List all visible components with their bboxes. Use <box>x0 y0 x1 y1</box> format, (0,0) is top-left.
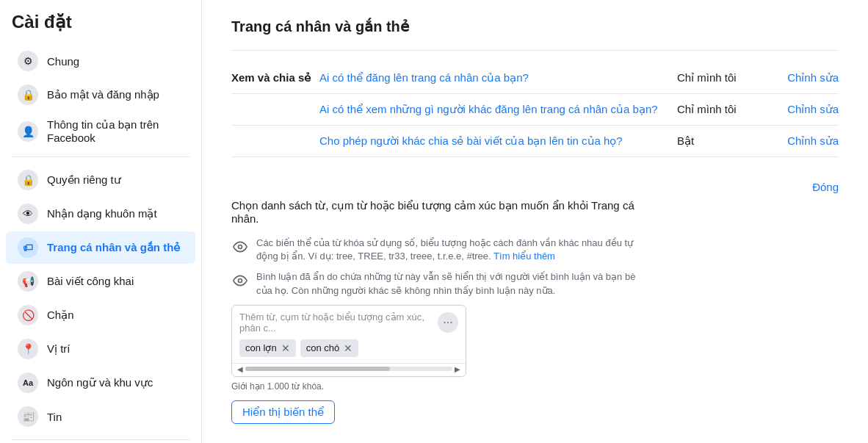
tag-label: con lợn <box>245 342 277 353</box>
dong-link[interactable]: Đóng <box>812 181 839 193</box>
thong-tin-icon: 👤 <box>18 121 38 142</box>
row-2-value: Chỉ mình tôi <box>677 103 780 116</box>
sidebar-item-thong-tin[interactable]: 👤 Thông tin của bạn trên Facebook <box>6 112 195 150</box>
tag-remove-con-cho[interactable]: ✕ <box>344 342 352 354</box>
info-text-1: Các biến thể của từ khóa sử dụng số, biể… <box>256 237 643 263</box>
sidebar-item-chung[interactable]: ⚙ Chung <box>6 45 195 77</box>
sidebar-item-vi-tri[interactable]: 📍 Vị trí <box>6 333 195 365</box>
settings-row-1: Xem và chia sẻ Ai có thể đăng lên trang … <box>231 62 839 94</box>
row-3-question[interactable]: Cho phép người khác chia sẻ bài viết của… <box>319 134 677 148</box>
sidebar-item-ngon-ngu[interactable]: Aa Ngôn ngữ và khu vực <box>6 367 195 399</box>
info-text-2: Bình luận đã ẩn do chứa những từ này vẫn… <box>256 270 643 297</box>
section-label: Xem và chia sẻ <box>231 71 319 84</box>
divider-2 <box>12 439 189 440</box>
divider-1 <box>12 156 189 157</box>
info-row-1: Các biến thể của từ khóa sử dụng số, biể… <box>231 237 643 263</box>
scrollbar-row: ◀ ▶ <box>232 363 466 376</box>
settings-row-2: Ai có thể xem những gì người khác đăng l… <box>231 94 839 126</box>
tag-label: con chó <box>306 342 340 353</box>
sidebar-item-label: Bảo mật và đăng nhập <box>47 88 159 101</box>
sidebar-item-quyen-rieng[interactable]: 🔒 Quyền riêng tư <box>6 164 195 196</box>
row-2-question[interactable]: Ai có thể xem những gì người khác đăng l… <box>319 103 677 116</box>
svg-point-0 <box>239 245 242 249</box>
scrollbar-track[interactable] <box>245 367 452 371</box>
block-description: Chọn danh sách từ, cụm từ hoặc biểu tượn… <box>231 199 643 225</box>
tag-con-lon: con lợn ✕ <box>239 339 296 357</box>
tag-input-placeholder[interactable]: Thêm từ, cụm từ hoặc biểu tượng cảm xúc,… <box>239 311 438 334</box>
sidebar-item-chan[interactable]: 🚫 Chặn <box>6 299 195 331</box>
sidebar-item-label: Chung <box>47 55 79 68</box>
sidebar-item-label: Nhận dạng khuôn mặt <box>47 207 157 220</box>
limit-text: Giới hạn 1.000 từ khóa. <box>231 381 839 392</box>
tag-con-cho: con chó ✕ <box>300 339 359 357</box>
sidebar-item-bao-mat[interactable]: 🔒 Bảo mật và đăng nhập <box>6 79 195 111</box>
sidebar-item-bai-viet[interactable]: 📢 Bài viết công khai <box>6 265 195 298</box>
sidebar-title: Cài đặt <box>0 12 201 44</box>
bai-viet-icon: 📢 <box>18 271 38 292</box>
page-title: Trang cá nhân và gắn thẻ <box>231 18 839 35</box>
sidebar-item-label: Chặn <box>47 309 74 322</box>
row-2-action[interactable]: Chỉnh sửa <box>780 103 839 116</box>
section-divider <box>231 50 839 51</box>
tag-input-top: Thêm từ, cụm từ hoặc biểu tượng cảm xúc,… <box>232 306 466 336</box>
sidebar-item-label: Vị trí <box>47 342 70 356</box>
settings-row-3: Cho phép người khác chia sẻ bài viết của… <box>231 126 839 157</box>
eye-icon-2 <box>231 272 249 289</box>
row-1-action[interactable]: Chỉnh sửa <box>780 71 839 84</box>
sidebar: Cài đặt ⚙ Chung 🔒 Bảo mật và đăng nhập 👤… <box>0 0 202 443</box>
sidebar-item-label: Thông tin của bạn trên Facebook <box>47 118 184 144</box>
svg-point-1 <box>239 279 242 283</box>
sidebar-item-tin[interactable]: 📰 Tin <box>6 400 195 433</box>
sidebar-item-label: Ngôn ngữ và khu vực <box>47 376 153 389</box>
scroll-left-arrow[interactable]: ◀ <box>235 365 245 373</box>
sidebar-item-label: Quyền riêng tư <box>47 173 121 187</box>
trang-ca-nhan-icon: 🏷 <box>18 237 38 258</box>
chung-icon: ⚙ <box>18 51 38 71</box>
row-3-action[interactable]: Chỉnh sửa <box>780 134 839 148</box>
learn-more-link[interactable]: Tìm hiểu thêm <box>493 251 555 262</box>
row-3-value: Bật <box>677 134 780 148</box>
tag-remove-con-lon[interactable]: ✕ <box>281 342 290 354</box>
row-1-question[interactable]: Ai có thể đăng lên trang cá nhân của bạn… <box>319 71 677 84</box>
scroll-right-arrow[interactable]: ▶ <box>452 365 463 373</box>
bao-mat-icon: 🔒 <box>18 84 38 105</box>
sidebar-item-label: Tin <box>47 411 62 423</box>
dots-button[interactable]: ··· <box>438 312 458 333</box>
eye-icon-1 <box>231 238 249 256</box>
sidebar-item-nhan-dang[interactable]: 👁 Nhận dạng khuôn mặt <box>6 198 195 230</box>
sidebar-item-trang-ca-nhan[interactable]: 🏷 Trang cá nhân và gắn thẻ <box>6 231 195 264</box>
sidebar-item-label: Trang cá nhân và gắn thẻ <box>47 241 180 254</box>
scrollbar-thumb <box>245 367 390 371</box>
info-row-2: Bình luận đã ẩn do chứa những từ này vẫn… <box>231 270 643 297</box>
block-section-header: Đóng <box>231 181 839 193</box>
nhan-dang-icon: 👁 <box>18 204 38 224</box>
ngon-ngu-icon: Aa <box>18 372 38 393</box>
show-variants-button[interactable]: Hiển thị biến thể <box>231 400 335 424</box>
block-section: Đóng Chọn danh sách từ, cụm từ hoặc biểu… <box>231 169 839 443</box>
row-1-value: Chỉ mình tôi <box>677 71 780 84</box>
tag-input-wrapper: Thêm từ, cụm từ hoặc biểu tượng cảm xúc,… <box>231 305 466 377</box>
sidebar-item-label: Bài viết công khai <box>47 275 134 288</box>
chan-icon: 🚫 <box>18 305 38 325</box>
quyen-rieng-icon: 🔒 <box>18 170 38 190</box>
tags-row: con lợn ✕ con chó ✕ <box>232 336 466 363</box>
vi-tri-icon: 📍 <box>18 339 38 359</box>
tin-icon: 📰 <box>18 406 38 427</box>
main-content: Trang cá nhân và gắn thẻ Xem và chia sẻ … <box>202 0 868 443</box>
